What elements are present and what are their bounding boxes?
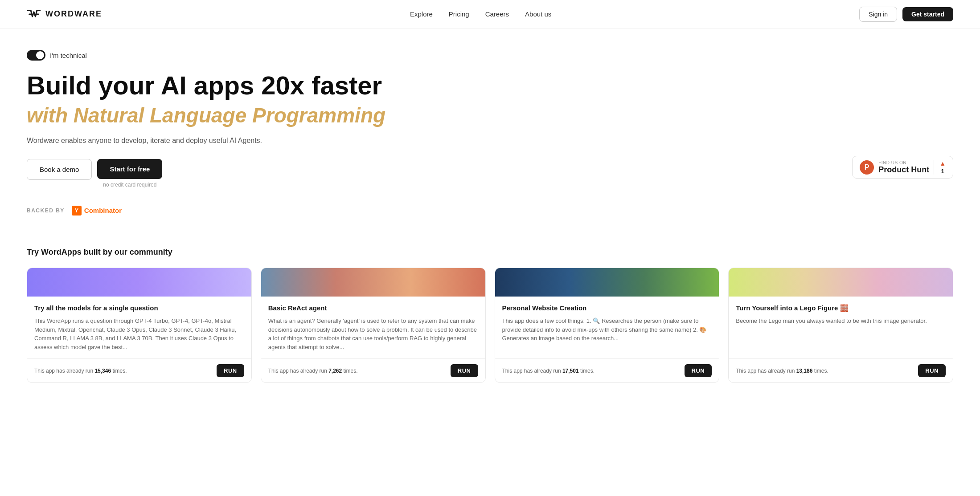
- nav-explore[interactable]: Explore: [410, 10, 433, 18]
- card-banner-0: [27, 268, 251, 297]
- community-title: Try WordApps built by our community: [27, 248, 953, 257]
- card-desc-1: What is an agent? Generally 'agent' is u…: [268, 317, 478, 351]
- run-button-3[interactable]: RUN: [918, 364, 946, 377]
- wordware-logo-icon: [27, 9, 41, 20]
- product-hunt-badge[interactable]: P FIND US ON Product Hunt ▲ 1: [852, 156, 953, 179]
- hero-description: Wordware enables anyone to develop, iter…: [27, 137, 276, 145]
- card-content-1: Basic ReAct agent What is an agent? Gene…: [261, 297, 485, 359]
- card-run-info-2: This app has already run 17,501 times.: [502, 368, 595, 374]
- toggle-label: I'm technical: [50, 52, 87, 59]
- book-demo-button[interactable]: Book a demo: [27, 159, 92, 180]
- card-title-1: Basic ReAct agent: [268, 304, 478, 313]
- card-1: Basic ReAct agent What is an agent? Gene…: [261, 268, 486, 383]
- hero-subtitle: with Natural Language Programming: [27, 103, 508, 128]
- ph-name: Product Hunt: [878, 165, 929, 175]
- product-hunt-logo: P: [860, 160, 874, 175]
- hero-title: Build your AI apps 20x faster: [27, 71, 508, 100]
- card-0: Try all the models for a single question…: [27, 268, 252, 383]
- sign-in-button[interactable]: Sign in: [859, 7, 897, 22]
- card-run-info-0: This app has already run 15,346 times.: [34, 368, 127, 374]
- card-3: Turn Yourself into a Lego Figure 🧱 Becom…: [728, 268, 953, 383]
- ph-arrow-icon: ▲: [939, 160, 946, 167]
- nav-links: Explore Pricing Careers About us: [410, 10, 551, 18]
- nav-careers[interactable]: Careers: [485, 10, 509, 18]
- run-button-0[interactable]: RUN: [217, 364, 244, 377]
- card-content-0: Try all the models for a single question…: [27, 297, 251, 359]
- run-button-2[interactable]: RUN: [685, 364, 712, 377]
- card-footer-0: This app has already run 15,346 times. R…: [27, 358, 251, 382]
- card-title-0: Try all the models for a single question: [34, 304, 244, 313]
- product-hunt-text: FIND US ON Product Hunt: [878, 160, 929, 175]
- yc-logo-icon: Y: [72, 206, 82, 215]
- community-section: Try WordApps built by our community Try …: [0, 230, 980, 383]
- cards-grid: Try all the models for a single question…: [27, 268, 953, 383]
- card-run-info-1: This app has already run 7,262 times.: [268, 368, 358, 374]
- card-banner-3: [729, 268, 953, 297]
- no-credit-card-label: no credit card required: [103, 182, 156, 188]
- start-free-button[interactable]: Start for free: [97, 159, 162, 179]
- run-button-1[interactable]: RUN: [451, 364, 478, 377]
- yc-text: Combinator: [84, 207, 122, 214]
- ph-upvote[interactable]: ▲ 1: [934, 160, 946, 175]
- card-footer-1: This app has already run 7,262 times. RU…: [261, 358, 485, 382]
- backed-row: BACKED BY Y Combinator: [27, 206, 508, 215]
- card-title-2: Personal Website Creation: [502, 304, 712, 313]
- nav-actions: Sign in Get started: [859, 7, 953, 22]
- card-run-info-3: This app has already run 13,186 times.: [736, 368, 828, 374]
- navbar: WORDWARE Explore Pricing Careers About u…: [0, 0, 980, 28]
- card-desc-0: This WordApp runs a question through GPT…: [34, 317, 244, 351]
- ph-find-label: FIND US ON: [878, 160, 929, 165]
- get-started-button[interactable]: Get started: [902, 7, 953, 21]
- nav-pricing[interactable]: Pricing: [449, 10, 469, 18]
- card-banner-2: [495, 268, 719, 297]
- cta-row: Book a demo Start for free no credit car…: [27, 159, 508, 188]
- card-banner-1: [261, 268, 485, 297]
- ph-count: 1: [941, 168, 944, 175]
- logo-text: WORDWARE: [45, 9, 102, 19]
- technical-toggle[interactable]: [27, 50, 45, 61]
- start-free-wrapper: Start for free no credit card required: [97, 159, 162, 188]
- card-footer-3: This app has already run 13,186 times. R…: [729, 358, 953, 382]
- card-2: Personal Website Creation This app does …: [495, 268, 720, 383]
- card-title-3: Turn Yourself into a Lego Figure 🧱: [736, 304, 946, 313]
- logo[interactable]: WORDWARE: [27, 9, 102, 20]
- card-desc-2: This app does a few cool things: 1. 🔍 Re…: [502, 317, 712, 351]
- nav-about[interactable]: About us: [525, 10, 551, 18]
- card-content-3: Turn Yourself into a Lego Figure 🧱 Becom…: [729, 297, 953, 359]
- hero-section: I'm technical Build your AI apps 20x fas…: [0, 28, 535, 230]
- card-footer-2: This app has already run 17,501 times. R…: [495, 358, 719, 382]
- backed-label: BACKED BY: [27, 207, 65, 214]
- technical-toggle-row: I'm technical: [27, 50, 508, 61]
- yc-badge[interactable]: Y Combinator: [72, 206, 122, 215]
- card-desc-3: Become the Lego man you always wanted to…: [736, 317, 946, 351]
- card-content-2: Personal Website Creation This app does …: [495, 297, 719, 359]
